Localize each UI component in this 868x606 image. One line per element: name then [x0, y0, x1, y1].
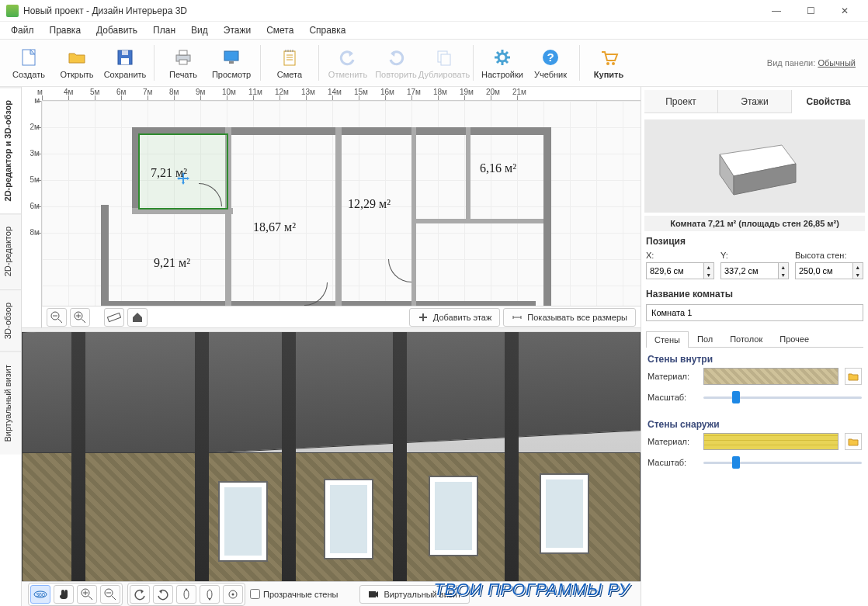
name-section: Название комнаты [646, 289, 863, 321]
y-up[interactable]: ▲ [779, 263, 788, 271]
side-tabs: 2D-редактор и 3D-обзор 2D-редактор 3D-об… [0, 87, 22, 606]
measure-button[interactable] [104, 308, 124, 327]
roomname-input[interactable] [646, 304, 863, 321]
svg-rect-19 [107, 313, 120, 321]
room-label: 7,21 м² [151, 166, 187, 180]
tutorial-button[interactable]: ?Учебник [526, 40, 575, 85]
svg-point-16 [612, 62, 615, 65]
zoom-in-button[interactable] [70, 308, 90, 327]
dimensions-icon [512, 312, 523, 323]
camera-icon [368, 590, 379, 599]
target-icon [227, 588, 239, 601]
rotate-left-button[interactable] [130, 585, 150, 604]
settings-button[interactable]: Настройки [478, 40, 526, 85]
content: 2D-редактор и 3D-обзор 2D-редактор 3D-об… [0, 87, 868, 606]
room-label: 9,21 м² [154, 256, 190, 270]
save-icon [115, 47, 135, 68]
minimize-button[interactable]: — [759, 2, 793, 20]
add-floor-button[interactable]: Добавить этаж [409, 308, 500, 327]
x-input[interactable] [646, 262, 704, 279]
plan-canvas[interactable]: 7,21 м² 18,67 м² 12,29 м² 6,16 м² 9,21 м… [42, 101, 641, 306]
help-icon: ? [540, 47, 561, 68]
subtab-other[interactable]: Прочее [771, 331, 818, 347]
sidetab-2d3d[interactable]: 2D-редактор и 3D-обзор [0, 87, 21, 213]
app-icon [6, 5, 19, 17]
print-button[interactable]: Печать [159, 40, 207, 85]
height-input[interactable] [795, 262, 853, 279]
show-dimensions-button[interactable]: Показывать все размеры [503, 308, 636, 327]
material-in-swatch[interactable] [703, 368, 838, 385]
pan-button[interactable] [54, 585, 74, 604]
menu-floors[interactable]: Этажи [217, 23, 257, 37]
ptab-project[interactable]: Проект [644, 90, 718, 113]
sidetab-2d[interactable]: 2D-редактор [0, 213, 21, 289]
svg-rect-3 [122, 50, 128, 55]
h-down[interactable]: ▼ [853, 271, 863, 279]
properties-panel: Проект Этажи Свойства Комната 7,21 м² (п… [641, 87, 868, 606]
svg-rect-28 [369, 591, 376, 597]
view-3d[interactable]: 360 Прозрачные стены Виртуальный визит Т… [22, 332, 641, 606]
titlebar: Новый проект - Дизайн Интерьера 3D — ☐ ✕ [0, 0, 868, 22]
subtab-floor[interactable]: Пол [689, 331, 721, 347]
x-down[interactable]: ▼ [704, 271, 713, 279]
plan-2d-view[interactable]: м4м5м6м7м8м9м10м11м12м13м14м15м16м17м18м… [22, 87, 641, 327]
scale-in-slider[interactable] [703, 390, 862, 405]
folder-open-icon [67, 47, 87, 68]
position-section: Позиция X: ▲▼ Y: ▲▼ Высота стен: ▲▼ [646, 236, 863, 279]
sidetab-3d[interactable]: 3D-обзор [0, 289, 21, 351]
scale-out-slider[interactable] [703, 455, 862, 470]
transparent-checkbox[interactable] [250, 589, 260, 599]
svg-rect-5 [179, 50, 187, 55]
ptab-properties[interactable]: Свойства [792, 91, 865, 113]
home-button[interactable] [127, 308, 148, 327]
duplicate-button[interactable]: Дублировать [420, 40, 468, 85]
material-out-swatch[interactable] [703, 433, 838, 450]
h-up[interactable]: ▲ [853, 263, 863, 271]
close-button[interactable]: ✕ [828, 2, 862, 20]
undo-button[interactable]: Отменить [324, 40, 372, 85]
floorplan[interactable]: 7,21 м² 18,67 м² 12,29 м² 6,16 м² 9,21 м… [101, 127, 551, 309]
tilt-down-button[interactable] [200, 585, 220, 604]
redo-button[interactable]: Повторить [372, 40, 420, 85]
svg-text:?: ? [547, 50, 554, 64]
estimate-button[interactable]: Смета [266, 40, 314, 85]
y-input[interactable] [720, 262, 779, 279]
rotate-right-button[interactable] [153, 585, 173, 604]
subtab-walls[interactable]: Стены [646, 331, 689, 348]
subtab-ceiling[interactable]: Потолок [721, 331, 771, 347]
y-down[interactable]: ▼ [779, 271, 788, 279]
open-button[interactable]: Открыть [53, 40, 101, 85]
maximize-button[interactable]: ☐ [793, 2, 828, 20]
zoom-in-3d-button[interactable] [77, 585, 97, 604]
menu-view[interactable]: Вид [185, 23, 214, 37]
sidetab-virtual[interactable]: Виртуальный визит [0, 351, 21, 455]
x-up[interactable]: ▲ [704, 263, 713, 271]
notepad-icon [279, 47, 300, 68]
orbit-button[interactable]: 360 [30, 585, 50, 604]
svg-rect-6 [179, 60, 187, 64]
menu-add[interactable]: Добавить [90, 23, 144, 37]
duplicate-icon [434, 47, 454, 68]
menu-file[interactable]: Файл [5, 23, 40, 37]
preview-button[interactable]: Просмотр [207, 40, 255, 85]
zoom-out-icon [104, 588, 116, 601]
menu-help[interactable]: Справка [303, 23, 352, 37]
zoom-out-button[interactable] [47, 308, 67, 327]
zoom-out-3d-button[interactable] [100, 585, 120, 604]
material-in-browse[interactable] [845, 368, 862, 385]
panel-mode-link[interactable]: Обычный [818, 58, 856, 68]
menu-plan[interactable]: План [147, 23, 182, 37]
tilt-up-button[interactable] [176, 585, 196, 604]
svg-rect-2 [121, 58, 129, 64]
material-out-browse[interactable] [845, 433, 862, 450]
reset-view-button[interactable] [223, 585, 243, 604]
ruler-horizontal: м4м5м6м7м8м9м10м11м12м13м14м15м16м17м18м… [42, 87, 641, 101]
save-button[interactable]: Сохранить [101, 40, 149, 85]
menu-estimate[interactable]: Смета [260, 23, 300, 37]
undo-icon [338, 47, 358, 68]
buy-button[interactable]: Купить [585, 40, 633, 85]
menu-edit[interactable]: Правка [43, 23, 88, 37]
create-button[interactable]: Создать [5, 40, 53, 85]
ptab-floors[interactable]: Этажи [718, 90, 792, 113]
transparent-walls-toggle[interactable]: Прозрачные стены [250, 589, 338, 599]
